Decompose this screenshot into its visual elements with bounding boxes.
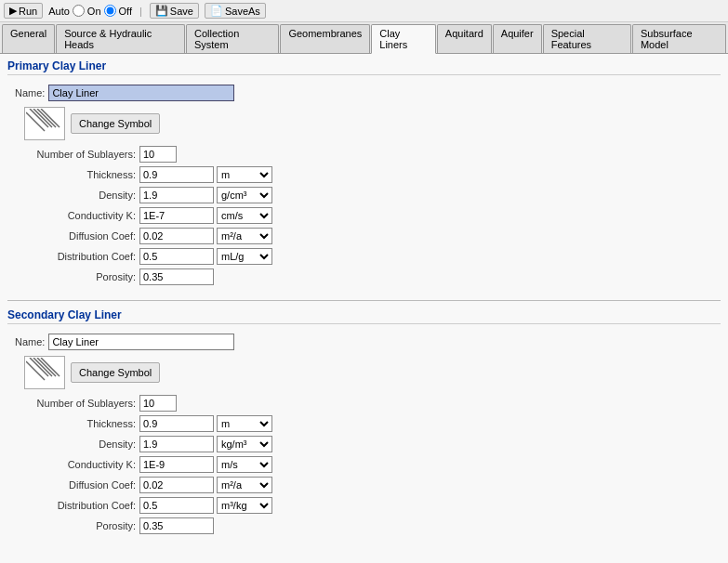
secondary-name-row: Name:: [15, 334, 713, 350]
main-content: Primary Clay Liner Name: Cha: [0, 54, 728, 563]
secondary-density-row: Density: kg/m³g/cm³: [15, 436, 713, 452]
secondary-density-input[interactable]: [139, 436, 214, 452]
secondary-thickness-unit[interactable]: mcmft: [217, 415, 272, 432]
secondary-section-title: Secondary Clay Liner: [7, 308, 721, 324]
primary-diffusion-unit[interactable]: m²/acm²/s: [217, 228, 272, 244]
tab-special-features[interactable]: Special Features: [543, 24, 631, 53]
tab-aquitard[interactable]: Aquitard: [437, 24, 492, 53]
primary-section-content: Name: Change Symbol Number: [7, 81, 721, 293]
primary-density-unit[interactable]: g/cm³kg/m³: [217, 187, 272, 203]
primary-diffusion-input[interactable]: [139, 228, 214, 244]
secondary-change-symbol-button[interactable]: Change Symbol: [71, 362, 160, 383]
primary-density-row: Density: g/cm³kg/m³: [15, 187, 713, 203]
secondary-clay-liner-section: Secondary Clay Liner Name: C: [7, 308, 721, 542]
primary-sublayers-input[interactable]: [139, 146, 177, 163]
primary-thickness-input[interactable]: [139, 166, 214, 183]
saveas-button[interactable]: 📄 SaveAs: [205, 3, 266, 19]
off-label: Off: [119, 6, 132, 17]
primary-conductivity-label: Conductivity K:: [15, 210, 136, 221]
primary-diffusion-label: Diffusion Coef:: [15, 230, 136, 242]
secondary-diffusion-unit[interactable]: m²/acm²/s: [217, 477, 272, 493]
primary-distribution-row: Distribution Coef: mL/gm³/kg: [15, 248, 713, 265]
tab-source-hydraulic[interactable]: Source & Hydraulic Heads: [56, 24, 185, 53]
separator: |: [139, 6, 142, 17]
primary-name-label: Name:: [15, 87, 45, 98]
secondary-name-input[interactable]: [48, 334, 234, 350]
primary-section-title: Primary Clay Liner: [7, 59, 721, 75]
primary-thickness-label: Thickness:: [15, 169, 136, 180]
primary-density-label: Density:: [15, 190, 136, 201]
primary-sublayers-label: Number of Sublayers:: [15, 149, 136, 160]
primary-porosity-label: Porosity:: [15, 271, 136, 282]
auto-group: Auto On Off: [48, 5, 132, 17]
secondary-distribution-input[interactable]: [139, 497, 214, 514]
save-icon: 💾: [155, 5, 168, 17]
secondary-porosity-input[interactable]: [139, 517, 214, 534]
primary-thickness-row: Thickness: mcmft: [15, 166, 713, 183]
auto-label: Auto: [48, 6, 70, 17]
tab-bar: General Source & Hydraulic Heads Collect…: [0, 22, 728, 54]
tab-collection-system[interactable]: Collection System: [186, 24, 279, 53]
run-button[interactable]: ▶ Run: [4, 3, 43, 19]
primary-symbol-row: Change Symbol: [24, 107, 713, 140]
primary-distribution-label: Distribution Coef:: [15, 251, 136, 262]
section-divider: [7, 300, 721, 301]
run-label: Run: [19, 6, 37, 17]
secondary-distribution-row: Distribution Coef: m³/kgmL/g: [15, 497, 713, 514]
secondary-porosity-row: Porosity:: [15, 517, 713, 534]
tab-clay-liners[interactable]: Clay Liners: [371, 24, 436, 54]
secondary-porosity-label: Porosity:: [15, 520, 136, 531]
primary-symbol-preview: [24, 107, 65, 140]
secondary-diffusion-input[interactable]: [139, 477, 214, 493]
primary-symbol-svg: [26, 109, 63, 138]
primary-diffusion-row: Diffusion Coef: m²/acm²/s: [15, 228, 713, 244]
primary-thickness-unit[interactable]: mcmft: [217, 166, 272, 183]
secondary-symbol-row: Change Symbol: [24, 356, 713, 389]
save-label: Save: [170, 6, 193, 17]
secondary-thickness-label: Thickness:: [15, 418, 136, 429]
primary-porosity-input[interactable]: [139, 268, 214, 285]
secondary-sublayers-input[interactable]: [139, 395, 177, 412]
on-label: On: [87, 6, 101, 17]
primary-change-symbol-button[interactable]: Change Symbol: [71, 113, 160, 134]
primary-name-row: Name:: [15, 85, 713, 101]
secondary-conductivity-row: Conductivity K: m/scm/sm/a: [15, 456, 713, 473]
secondary-distribution-label: Distribution Coef:: [15, 500, 136, 511]
primary-conductivity-input[interactable]: [139, 207, 214, 224]
secondary-sublayers-row: Number of Sublayers:: [15, 395, 713, 412]
secondary-thickness-row: Thickness: mcmft: [15, 415, 713, 432]
on-radio[interactable]: [73, 5, 85, 17]
primary-distribution-input[interactable]: [139, 248, 214, 265]
primary-distribution-unit[interactable]: mL/gm³/kg: [217, 248, 272, 265]
secondary-conductivity-input[interactable]: [139, 456, 214, 473]
secondary-diffusion-row: Diffusion Coef: m²/acm²/s: [15, 477, 713, 493]
primary-name-input[interactable]: [48, 85, 234, 101]
secondary-diffusion-label: Diffusion Coef:: [15, 479, 136, 491]
secondary-name-label: Name:: [15, 336, 45, 347]
primary-porosity-row: Porosity:: [15, 268, 713, 285]
primary-sublayers-row: Number of Sublayers:: [15, 146, 713, 163]
secondary-density-label: Density:: [15, 439, 136, 450]
primary-conductivity-row: Conductivity K: cm/sm/sm/a: [15, 207, 713, 224]
save-button[interactable]: 💾 Save: [150, 3, 199, 19]
tab-subsurface-model[interactable]: Subsurface Model: [632, 24, 726, 53]
secondary-conductivity-unit[interactable]: m/scm/sm/a: [217, 456, 272, 473]
primary-density-input[interactable]: [139, 187, 214, 203]
run-icon: ▶: [9, 5, 17, 17]
off-radio[interactable]: [104, 5, 116, 17]
tab-aquifer[interactable]: Aquifer: [493, 24, 542, 53]
saveas-label: SaveAs: [225, 6, 260, 17]
tab-general[interactable]: General: [2, 24, 55, 53]
secondary-thickness-input[interactable]: [139, 415, 214, 432]
primary-conductivity-unit[interactable]: cm/sm/sm/a: [217, 207, 272, 224]
secondary-distribution-unit[interactable]: m³/kgmL/g: [217, 497, 272, 514]
toolbar: ▶ Run Auto On Off | 💾 Save 📄 SaveAs: [0, 0, 728, 22]
secondary-sublayers-label: Number of Sublayers:: [15, 398, 136, 409]
secondary-symbol-svg: [26, 358, 63, 387]
secondary-conductivity-label: Conductivity K:: [15, 459, 136, 470]
saveas-icon: 📄: [210, 5, 223, 17]
tab-geomembranes[interactable]: Geomembranes: [280, 24, 370, 53]
secondary-section-content: Name: Change Symbol Number: [7, 330, 721, 542]
secondary-density-unit[interactable]: kg/m³g/cm³: [217, 436, 272, 452]
primary-clay-liner-section: Primary Clay Liner Name: Cha: [7, 59, 721, 293]
